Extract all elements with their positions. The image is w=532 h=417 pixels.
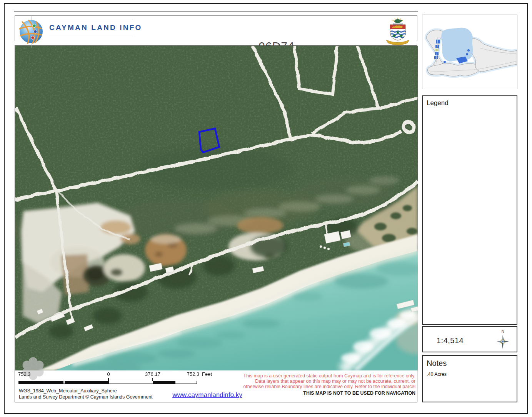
flower-watermark-icon xyxy=(18,356,48,381)
notes-text: .40 Acres xyxy=(423,368,517,377)
attribution-text: Lands and Survey Department © Cayman Isl… xyxy=(19,394,153,400)
scalebar-label-right: 752.3 xyxy=(187,371,200,377)
scalebar-segment xyxy=(65,381,109,384)
cayman-land-info-logo: CAYMAN LAND INFO xyxy=(49,21,133,34)
overview-inset-map xyxy=(422,15,517,89)
scalebar-tick xyxy=(152,378,153,381)
legend-panel: Legend xyxy=(422,95,517,325)
grand-cayman-inset xyxy=(422,15,517,89)
scalebar xyxy=(18,381,197,384)
aerial-imagery xyxy=(15,46,418,370)
scalebar-label-mid: 376.17 xyxy=(145,371,160,377)
notes-panel: Notes .40 Acres xyxy=(422,355,517,402)
globe-icon xyxy=(17,16,47,48)
scalebar-segment xyxy=(153,381,175,384)
website-link[interactable]: www.caymanlandinfo.ky xyxy=(172,391,242,399)
legend-title: Legend xyxy=(423,96,517,107)
projection-text: WGS_1984_Web_Mercator_Auxiliary_Sphere xyxy=(19,388,117,394)
caymap-static-output-page: 96D74 CAYMAN LAND INFO xyxy=(0,0,532,417)
scalebar-unit: Feet xyxy=(202,371,212,377)
scale-panel: 1:4,514 N xyxy=(422,326,517,352)
aerial-map xyxy=(15,45,417,370)
scalebar-segment xyxy=(19,381,63,384)
disclaimer-text: This map is a user generated static outp… xyxy=(243,373,415,396)
scale-ratio: 1:4,514 xyxy=(437,336,464,345)
compass-north-label: N xyxy=(501,329,504,334)
scalebar-label-zero: 0 xyxy=(107,371,110,377)
logo-rule-bottom xyxy=(49,34,133,34)
disclaimer-line: This map is a user generated static outp… xyxy=(243,373,415,379)
coat-of-arms-icon xyxy=(382,16,414,46)
footer-panel: 752.3 0 376.17 752.3 Feet WGS_1984_Web_M… xyxy=(15,370,417,402)
north-arrow-icon: N xyxy=(495,329,510,350)
logo-title: CAYMAN LAND INFO xyxy=(49,21,133,34)
disclaimer-line: Data layers that appear on this map may … xyxy=(243,379,415,384)
scalebar-tick xyxy=(108,378,109,381)
notes-title: Notes xyxy=(423,356,517,368)
disclaimer-line: otherwise reliable.Boundary lines are in… xyxy=(243,384,415,389)
navigation-warning: THIS MAP IS NOT TO BE USED FOR NAVIGATIO… xyxy=(243,390,415,396)
scalebar-label-left: 752.3 xyxy=(18,371,31,377)
